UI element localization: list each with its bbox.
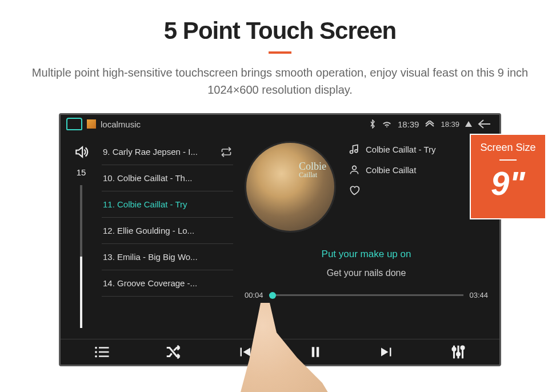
shuffle-button[interactable] <box>165 343 182 361</box>
app-label: localmusic <box>101 119 141 129</box>
favorite-row[interactable] <box>349 185 488 196</box>
artist-row: Colbie Caillat <box>349 164 488 175</box>
playlist-item-label: 11. Colbie Caillat - Try <box>103 199 187 209</box>
marketing-title: 5 Point Touch Screen <box>0 17 560 45</box>
bluetooth-icon <box>369 119 376 129</box>
playlist-item[interactable]: 9. Carly Rae Jepsen - I... <box>102 139 233 165</box>
repeat-icon <box>221 146 232 158</box>
main-area: 15 9. Carly Rae Jepsen - I... 10. Colbie… <box>61 133 499 339</box>
song-title-row: Colbie Caillat - Try <box>349 143 488 155</box>
playlist-item-label: 10. Colbie Caillat - Th... <box>103 173 192 183</box>
playlist-item-label: 12. Ellie Goulding - Lo... <box>103 226 194 235</box>
next-button[interactable] <box>378 343 395 361</box>
playlist-item-label: 14. Groove Coverage -... <box>103 278 197 288</box>
badge-divider <box>499 159 517 161</box>
lyric-line-active: Put your make up on <box>245 249 488 260</box>
screen-size-badge: Screen Size 9" <box>470 134 546 219</box>
person-icon <box>349 164 360 175</box>
badge-value: 9" <box>475 164 541 202</box>
playlist: 9. Carly Rae Jepsen - I... 10. Colbie Ca… <box>102 133 233 339</box>
progress-thumb[interactable] <box>269 292 276 299</box>
artist-name: Colbie Caillat <box>366 165 416 175</box>
progress-track[interactable] <box>269 294 464 296</box>
music-note-icon <box>349 143 360 155</box>
marketing-underline <box>269 51 291 54</box>
volume-panel: 15 <box>61 133 102 339</box>
time-total: 03:44 <box>469 291 488 299</box>
chevron-up-icon[interactable] <box>425 121 435 127</box>
volume-icon[interactable] <box>74 145 89 162</box>
svg-point-9 <box>453 348 455 351</box>
svg-point-0 <box>353 166 357 170</box>
marketing-description: Multiple point high-sensitive touchscree… <box>23 64 537 98</box>
svg-rect-7 <box>312 347 314 357</box>
album-art-text: Colbie Caillat <box>299 161 326 178</box>
music-app-icon[interactable] <box>87 119 96 129</box>
svg-point-10 <box>457 353 459 355</box>
svg-point-1 <box>95 347 97 349</box>
svg-point-5 <box>95 355 97 358</box>
svg-rect-4 <box>99 351 109 353</box>
volume-slider[interactable] <box>80 185 82 328</box>
home-icon[interactable] <box>66 118 82 130</box>
playlist-item[interactable]: 14. Groove Coverage -... <box>102 270 233 297</box>
playlist-item[interactable]: 10. Colbie Caillat - Th... <box>102 165 233 191</box>
svg-point-3 <box>95 351 97 353</box>
device-screen: localmusic 18:39 18:39 15 9. Carly Rae J… <box>59 113 501 366</box>
lyric-line-next: Get your nails done <box>245 268 488 278</box>
status-clock-1: 18:39 <box>398 119 419 129</box>
playlist-button[interactable] <box>93 343 110 361</box>
now-playing-panel: Colbie Caillat Colbie Caillat - Try Colb… <box>233 133 499 339</box>
badge-title: Screen Size <box>475 142 541 154</box>
previous-button[interactable] <box>236 343 253 361</box>
equalizer-button[interactable] <box>450 343 467 361</box>
svg-rect-8 <box>317 347 319 357</box>
controls-bar <box>61 339 499 365</box>
lyrics: Put your make up on Get your nails done <box>245 249 488 278</box>
time-current: 00:04 <box>245 291 263 299</box>
triangle-icon <box>465 121 472 127</box>
album-art[interactable]: Colbie Caillat <box>245 141 336 233</box>
song-title: Colbie Caillat - Try <box>366 145 436 154</box>
svg-rect-2 <box>99 347 109 349</box>
playlist-item-active[interactable]: 11. Colbie Caillat - Try <box>102 191 233 218</box>
svg-point-11 <box>461 346 464 349</box>
playlist-item[interactable]: 12. Ellie Goulding - Lo... <box>102 218 233 244</box>
heart-icon <box>349 185 360 196</box>
play-pause-button[interactable] <box>307 343 324 361</box>
status-clock-2: 18:39 <box>441 120 459 129</box>
playlist-item[interactable]: 13. Emilia - Big Big Wo... <box>102 244 233 270</box>
wifi-icon <box>382 120 392 128</box>
playlist-item-label: 13. Emilia - Big Big Wo... <box>103 252 198 262</box>
progress-bar: 00:04 03:44 <box>245 291 488 299</box>
status-bar: localmusic 18:39 18:39 <box>61 115 499 133</box>
volume-fill <box>80 257 82 328</box>
svg-rect-6 <box>99 355 109 357</box>
back-icon[interactable] <box>478 119 494 129</box>
volume-value: 15 <box>77 167 86 177</box>
playlist-item-label: 9. Carly Rae Jepsen - I... <box>103 147 198 157</box>
marketing-header: 5 Point Touch Screen Multiple point high… <box>0 0 560 98</box>
